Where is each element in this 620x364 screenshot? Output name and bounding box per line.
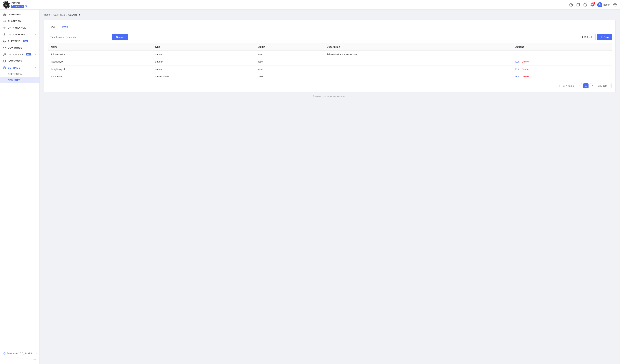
delete-link-1[interactable]: Delete	[522, 60, 529, 63]
sidebar: OVERVIEW PLATFORM	[0, 10, 40, 364]
cell-actions: Edit Delete	[512, 65, 612, 73]
breadcrumb-sep-2: /	[66, 13, 67, 16]
sidebar-label-inventory: INVENTORY	[8, 60, 22, 62]
help-icon[interactable]	[583, 3, 587, 7]
new-button[interactable]: New	[597, 34, 612, 40]
chevron-down-icon-3	[34, 33, 36, 35]
platform-icon	[3, 20, 6, 23]
edit-link-3[interactable]: Edit	[515, 75, 519, 78]
cell-type: platform	[152, 65, 255, 73]
header: N INFINI Console /// 9 admin	[0, 0, 620, 10]
pagination-page-1[interactable]: 1	[583, 83, 589, 88]
notification-icon[interactable]: 9	[590, 3, 594, 7]
delete-link-3[interactable]: Delete	[522, 75, 529, 78]
pagination: 1-4 of 4 items ‹ 1 › 20 / page	[48, 83, 612, 88]
cell-name: InsightonlyUI	[48, 65, 152, 73]
home-icon	[3, 13, 6, 16]
sidebar-item-data-manage[interactable]: DATA MANAGE	[0, 24, 39, 31]
sidebar-label-security: SECURITY	[8, 79, 20, 82]
footer-arrow: >	[35, 352, 36, 355]
cell-actions	[512, 51, 612, 58]
logo: N INFINI Console ///	[3, 1, 27, 8]
cell-builtin: false	[255, 58, 324, 65]
table-header: Name Type Builtin Description Actions	[48, 43, 612, 51]
sidebar-item-alerting[interactable]: ALERTING Pro	[0, 38, 39, 44]
footer: ©INFINI.LTD, All Rights Reserved.	[44, 92, 616, 101]
sidebar-label-credential: CREDENTIAL	[8, 73, 23, 75]
chevron-down-icon	[34, 20, 36, 22]
copyright-text: ©INFINI.LTD, All Rights Reserved.	[313, 95, 347, 98]
table-row: AllClusters elasticsearch false Edit Del…	[48, 73, 612, 80]
svg-marker-15	[3, 352, 5, 355]
delete-link-2[interactable]: Delete	[522, 68, 529, 71]
cell-actions: Edit Delete	[512, 73, 612, 80]
notification-badge: 9	[592, 2, 595, 5]
sidebar-label-alerting: ALERTING	[8, 40, 21, 43]
col-type: Type	[152, 43, 255, 51]
sidebar-item-credential[interactable]: CREDENTIAL	[0, 71, 39, 77]
data-manage-icon	[3, 26, 6, 29]
logo-text: INFINI Console ///	[11, 2, 27, 8]
sidebar-item-inventory[interactable]: INVENTORY	[0, 58, 39, 64]
svg-point-7	[615, 4, 616, 5]
col-name: Name	[48, 43, 152, 51]
cell-builtin: true	[255, 51, 324, 58]
pagination-next[interactable]: ›	[590, 83, 595, 88]
svg-point-14	[4, 67, 5, 68]
sidebar-item-overview[interactable]: OVERVIEW	[0, 11, 39, 18]
breadcrumb-home[interactable]: Home	[44, 13, 50, 16]
support-icon[interactable]	[569, 3, 573, 7]
pagination-prev[interactable]: ‹	[577, 83, 582, 88]
user-info[interactable]: admin	[597, 2, 610, 7]
cell-name: ReadonlyUI	[48, 58, 152, 65]
sidebar-item-data-tools[interactable]: DATA TOOLS Pro	[0, 51, 39, 58]
sidebar-item-security[interactable]: SECURITY	[0, 77, 39, 83]
cell-name: Administrator	[48, 51, 152, 58]
sidebar-toggle[interactable]	[0, 357, 39, 364]
header-actions: 9 admin	[569, 2, 617, 7]
alerting-pro-badge: Pro	[23, 40, 28, 42]
sidebar-item-dev-tools[interactable]: DEV TOOLS	[0, 44, 39, 51]
breadcrumb-sep-1: /	[52, 13, 52, 16]
refresh-button[interactable]: Refresh	[577, 34, 596, 40]
sidebar-label-data-insight: DATA INSIGHT	[8, 33, 25, 36]
cell-builtin: false	[255, 73, 324, 80]
plus-icon	[600, 36, 603, 38]
tab-user[interactable]: User	[48, 24, 60, 30]
inbox-icon[interactable]	[576, 3, 580, 7]
chevron-down-icon-7	[34, 60, 36, 62]
col-actions: Actions	[512, 43, 612, 51]
tabs: User Role	[48, 24, 612, 30]
sidebar-label-dev-tools: DEV TOOLS	[8, 46, 22, 49]
table-row: InsightonlyUI platform false Edit Delete	[48, 65, 612, 73]
logo-console: Console	[11, 5, 24, 8]
sidebar-item-settings[interactable]: SETTINGS	[0, 64, 39, 71]
logo-infini: INFINI	[11, 2, 27, 5]
toggle-icon[interactable]	[33, 358, 36, 363]
cell-name: AllClusters	[48, 73, 152, 80]
diamond-icon	[3, 352, 6, 355]
sidebar-item-platform[interactable]: PLATFORM	[0, 18, 39, 24]
search-input[interactable]	[48, 34, 111, 40]
svg-rect-8	[3, 20, 6, 22]
search-button[interactable]: Search	[112, 34, 128, 40]
data-tools-icon	[3, 53, 6, 56]
per-page-select[interactable]: 20 / page	[597, 83, 612, 88]
cell-description	[324, 58, 512, 65]
sidebar-footer[interactable]: Enterprise (1.5.0_SNAPS... >	[0, 350, 39, 357]
sidebar-label-data-manage: DATA MANAGE	[8, 27, 26, 29]
cell-actions: Edit Delete	[512, 58, 612, 65]
sidebar-item-data-insight[interactable]: DATA INSIGHT	[0, 31, 39, 38]
breadcrumb: Home / SETTINGS / SECURITY	[44, 13, 616, 16]
tab-role[interactable]: Role	[60, 24, 71, 30]
cell-type: platform	[152, 58, 255, 65]
edit-link-1[interactable]: Edit	[515, 60, 519, 63]
user-avatar	[597, 2, 602, 7]
breadcrumb-settings[interactable]: SETTINGS	[53, 13, 65, 16]
sidebar-label-overview: OVERVIEW	[8, 13, 21, 16]
data-insight-icon	[3, 33, 6, 36]
main-content: Home / SETTINGS / SECURITY User Role	[40, 10, 620, 364]
table-row: Administrator platform true Administrato…	[48, 51, 612, 58]
edit-link-2[interactable]: Edit	[515, 68, 519, 71]
header-settings-icon[interactable]	[613, 3, 617, 7]
